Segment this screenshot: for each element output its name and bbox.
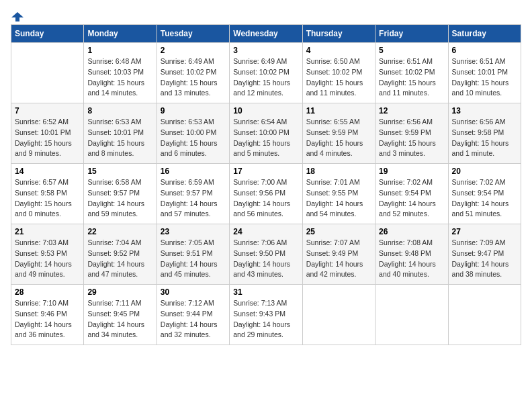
day-info: Sunrise: 7:13 AMSunset: 9:43 PMDaylight:… (233, 298, 298, 340)
calendar-cell: 17Sunrise: 7:00 AMSunset: 9:56 PMDayligh… (230, 164, 302, 224)
day-number: 26 (379, 227, 444, 236)
day-info: Sunrise: 6:53 AMSunset: 10:00 PMDaylight… (161, 117, 226, 159)
calendar-cell: 22Sunrise: 7:04 AMSunset: 9:52 PMDayligh… (84, 224, 157, 285)
calendar-week-5: 28Sunrise: 7:10 AMSunset: 9:46 PMDayligh… (11, 285, 521, 345)
col-header-monday: Monday (84, 25, 157, 43)
logo (11, 11, 24, 21)
day-number: 2 (161, 46, 226, 55)
day-number: 6 (452, 46, 517, 55)
day-number: 9 (161, 106, 226, 116)
calendar-cell: 7Sunrise: 6:52 AMSunset: 10:01 PMDayligh… (11, 103, 84, 164)
col-header-tuesday: Tuesday (157, 25, 229, 43)
calendar-cell: 12Sunrise: 6:56 AMSunset: 9:59 PMDayligh… (375, 103, 448, 164)
day-number: 12 (379, 106, 444, 116)
day-info: Sunrise: 6:50 AMSunset: 10:02 PMDaylight… (306, 56, 371, 99)
calendar-cell: 5Sunrise: 6:51 AMSunset: 10:02 PMDayligh… (375, 43, 448, 103)
day-info: Sunrise: 7:08 AMSunset: 9:48 PMDaylight:… (379, 238, 444, 280)
day-info: Sunrise: 6:54 AMSunset: 10:00 PMDaylight… (233, 117, 298, 159)
day-info: Sunrise: 6:51 AMSunset: 10:01 PMDaylight… (452, 56, 517, 99)
calendar-cell: 20Sunrise: 7:02 AMSunset: 9:54 PMDayligh… (448, 164, 521, 224)
day-number: 11 (306, 106, 371, 116)
day-info: Sunrise: 6:53 AMSunset: 10:01 PMDaylight… (87, 117, 152, 159)
calendar-cell: 15Sunrise: 6:58 AMSunset: 9:57 PMDayligh… (84, 164, 157, 224)
day-info: Sunrise: 7:06 AMSunset: 9:50 PMDaylight:… (233, 238, 298, 280)
day-info: Sunrise: 7:11 AMSunset: 9:45 PMDaylight:… (87, 298, 152, 340)
day-number: 27 (452, 227, 517, 236)
col-header-sunday: Sunday (11, 25, 84, 43)
day-info: Sunrise: 7:10 AMSunset: 9:46 PMDaylight:… (15, 298, 80, 340)
day-number: 19 (379, 167, 444, 176)
day-number: 25 (306, 227, 371, 236)
calendar-cell: 24Sunrise: 7:06 AMSunset: 9:50 PMDayligh… (230, 224, 302, 285)
day-number: 28 (15, 287, 80, 297)
calendar-cell: 3Sunrise: 6:49 AMSunset: 10:02 PMDayligh… (230, 43, 302, 103)
calendar-cell: 26Sunrise: 7:08 AMSunset: 9:48 PMDayligh… (375, 224, 448, 285)
calendar-week-1: 1Sunrise: 6:48 AMSunset: 10:03 PMDayligh… (11, 43, 521, 103)
day-number: 8 (87, 106, 152, 116)
calendar-cell: 16Sunrise: 6:59 AMSunset: 9:57 PMDayligh… (157, 164, 229, 224)
day-number: 3 (233, 46, 298, 55)
day-info: Sunrise: 7:07 AMSunset: 9:49 PMDaylight:… (306, 238, 371, 280)
calendar-week-3: 14Sunrise: 6:57 AMSunset: 9:58 PMDayligh… (11, 164, 521, 224)
day-info: Sunrise: 7:05 AMSunset: 9:51 PMDaylight:… (161, 238, 226, 280)
calendar-cell (375, 285, 448, 345)
calendar-cell: 25Sunrise: 7:07 AMSunset: 9:49 PMDayligh… (302, 224, 375, 285)
day-number: 14 (15, 167, 80, 176)
calendar-week-2: 7Sunrise: 6:52 AMSunset: 10:01 PMDayligh… (11, 103, 521, 164)
calendar-cell: 29Sunrise: 7:11 AMSunset: 9:45 PMDayligh… (84, 285, 157, 345)
day-number: 5 (379, 46, 444, 55)
calendar-cell: 8Sunrise: 6:53 AMSunset: 10:01 PMDayligh… (84, 103, 157, 164)
day-number: 21 (15, 227, 80, 236)
calendar-cell: 10Sunrise: 6:54 AMSunset: 10:00 PMDaylig… (230, 103, 302, 164)
day-info: Sunrise: 6:49 AMSunset: 10:02 PMDaylight… (161, 56, 226, 99)
page-header (11, 11, 521, 21)
svg-marker-0 (11, 12, 24, 21)
calendar-cell (302, 285, 375, 345)
day-info: Sunrise: 6:57 AMSunset: 9:58 PMDaylight:… (15, 177, 80, 220)
day-info: Sunrise: 6:55 AMSunset: 9:59 PMDaylight:… (306, 117, 371, 159)
calendar-cell: 2Sunrise: 6:49 AMSunset: 10:02 PMDayligh… (157, 43, 229, 103)
calendar-table: SundayMondayTuesdayWednesdayThursdayFrid… (11, 24, 521, 345)
calendar-cell: 13Sunrise: 6:56 AMSunset: 9:58 PMDayligh… (448, 103, 521, 164)
day-info: Sunrise: 6:56 AMSunset: 9:59 PMDaylight:… (379, 117, 444, 159)
calendar-cell: 28Sunrise: 7:10 AMSunset: 9:46 PMDayligh… (11, 285, 84, 345)
day-info: Sunrise: 7:04 AMSunset: 9:52 PMDaylight:… (87, 238, 152, 280)
calendar-cell: 14Sunrise: 6:57 AMSunset: 9:58 PMDayligh… (11, 164, 84, 224)
calendar-cell: 21Sunrise: 7:03 AMSunset: 9:53 PMDayligh… (11, 224, 84, 285)
calendar-cell: 4Sunrise: 6:50 AMSunset: 10:02 PMDayligh… (302, 43, 375, 103)
day-info: Sunrise: 6:51 AMSunset: 10:02 PMDaylight… (379, 56, 444, 99)
calendar-cell: 30Sunrise: 7:12 AMSunset: 9:44 PMDayligh… (157, 285, 229, 345)
calendar-cell: 1Sunrise: 6:48 AMSunset: 10:03 PMDayligh… (84, 43, 157, 103)
day-number: 15 (87, 167, 152, 176)
col-header-wednesday: Wednesday (230, 25, 302, 43)
day-number: 17 (233, 167, 298, 176)
day-number: 10 (233, 106, 298, 116)
calendar-header: SundayMondayTuesdayWednesdayThursdayFrid… (11, 25, 521, 43)
calendar-cell (448, 285, 521, 345)
day-number: 7 (15, 106, 80, 116)
calendar-cell: 6Sunrise: 6:51 AMSunset: 10:01 PMDayligh… (448, 43, 521, 103)
day-info: Sunrise: 6:56 AMSunset: 9:58 PMDaylight:… (452, 117, 517, 159)
day-info: Sunrise: 7:12 AMSunset: 9:44 PMDaylight:… (161, 298, 226, 340)
calendar-week-4: 21Sunrise: 7:03 AMSunset: 9:53 PMDayligh… (11, 224, 521, 285)
day-info: Sunrise: 7:03 AMSunset: 9:53 PMDaylight:… (15, 238, 80, 280)
day-number: 30 (161, 287, 226, 297)
day-info: Sunrise: 7:02 AMSunset: 9:54 PMDaylight:… (452, 177, 517, 220)
calendar-cell: 27Sunrise: 7:09 AMSunset: 9:47 PMDayligh… (448, 224, 521, 285)
calendar-cell: 23Sunrise: 7:05 AMSunset: 9:51 PMDayligh… (157, 224, 229, 285)
day-number: 22 (87, 227, 152, 236)
day-info: Sunrise: 6:49 AMSunset: 10:02 PMDaylight… (233, 56, 298, 99)
day-info: Sunrise: 6:48 AMSunset: 10:03 PMDaylight… (87, 56, 152, 99)
day-number: 20 (452, 167, 517, 176)
col-header-thursday: Thursday (302, 25, 375, 43)
day-number: 18 (306, 167, 371, 176)
day-number: 24 (233, 227, 298, 236)
day-info: Sunrise: 7:02 AMSunset: 9:54 PMDaylight:… (379, 177, 444, 220)
col-header-friday: Friday (375, 25, 448, 43)
logo-bird-icon (11, 11, 24, 23)
day-number: 4 (306, 46, 371, 55)
col-header-saturday: Saturday (448, 25, 521, 43)
calendar-cell: 18Sunrise: 7:01 AMSunset: 9:55 PMDayligh… (302, 164, 375, 224)
calendar-cell: 9Sunrise: 6:53 AMSunset: 10:00 PMDayligh… (157, 103, 229, 164)
day-info: Sunrise: 6:52 AMSunset: 10:01 PMDaylight… (15, 117, 80, 159)
